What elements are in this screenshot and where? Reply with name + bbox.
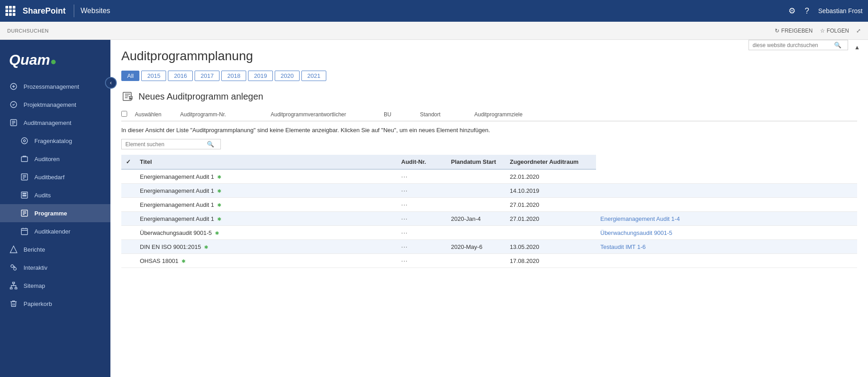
row-context-menu[interactable]: ···	[401, 257, 408, 264]
auditraum-link[interactable]: Energiemanagement Audit 1-4	[601, 215, 680, 222]
year-filter-2021[interactable]: 2021	[301, 71, 326, 81]
sidebar-collapse-button[interactable]: ‹	[105, 77, 117, 89]
sidebar-item-audits[interactable]: Audits	[0, 186, 110, 204]
title-star-icon: ✱	[217, 188, 221, 194]
audit-table-body: Energiemanagement Audit 1 ✱···22.01.2020…	[121, 169, 857, 268]
freigeben-icon: ↻	[775, 28, 779, 34]
col-header-titel: Titel	[135, 155, 397, 169]
row-plandatum-cell: 13.05.2020	[506, 240, 596, 254]
settings-icon[interactable]: ⚙	[788, 6, 796, 16]
auditraum-link[interactable]: Überwachungsaudit 9001-5	[601, 229, 672, 236]
year-filter-2018[interactable]: 2018	[221, 71, 246, 81]
search-icon[interactable]: 🔍	[834, 42, 841, 48]
row-check-cell	[121, 240, 135, 254]
element-search-icon[interactable]: 🔍	[207, 141, 214, 148]
row-check-cell	[121, 254, 135, 268]
header-bu: BU	[384, 111, 420, 118]
year-filter-2019[interactable]: 2019	[248, 71, 273, 81]
row-dots-cell[interactable]: ···	[397, 169, 447, 184]
site-search-input[interactable]	[753, 42, 834, 48]
row-dots-cell[interactable]: ···	[397, 212, 447, 226]
col-header-plandatum: Plandatum Start	[447, 155, 506, 169]
element-search-box[interactable]: 🔍	[121, 139, 221, 149]
secondary-bar: DURCHSUCHEN ↻ FREIGEBEN ☆ FOLGEN ⤢	[0, 22, 868, 40]
row-auditnr-cell	[447, 198, 506, 212]
row-context-menu[interactable]: ···	[401, 243, 408, 250]
row-context-menu[interactable]: ···	[401, 229, 408, 236]
row-plandatum-cell: 17.08.2020	[506, 254, 596, 268]
programme-label: Programme	[34, 210, 67, 217]
svg-rect-12	[13, 282, 15, 284]
title-star-icon: ✱	[181, 258, 186, 264]
row-plandatum-cell	[506, 226, 596, 240]
freigeben-label: FREIGEBEN	[781, 28, 812, 34]
logo-area: Quam	[0, 44, 110, 77]
row-context-menu[interactable]: ···	[401, 201, 408, 208]
row-title-cell: Energiemanagement Audit 1 ✱	[135, 169, 397, 184]
auditraum-link[interactable]: Testaudit IMT 1-6	[601, 243, 646, 250]
sitemap-label: Sitemap	[24, 282, 45, 289]
row-auditnr-cell: 2020-May-6	[447, 240, 506, 254]
fullscreen-action[interactable]: ⤢	[856, 28, 861, 34]
year-filter-2017[interactable]: 2017	[195, 71, 219, 81]
row-auditraum-cell[interactable]: Energiemanagement Audit 1-4	[596, 212, 858, 226]
table-row: Energiemanagement Audit 1 ✱···2020-Jan-4…	[121, 212, 857, 226]
fragenkatalog-icon	[20, 136, 29, 145]
app-grid-icon[interactable]	[5, 6, 15, 16]
row-dots-cell[interactable]: ···	[397, 240, 447, 254]
row-auditnr-cell: 2020-Jan-4	[447, 212, 506, 226]
sidebar-item-fragenkatalog[interactable]: Fragenkatalog	[0, 132, 110, 150]
header-checkbox[interactable]	[121, 111, 135, 118]
element-search-input[interactable]	[125, 141, 207, 148]
sidebar-item-interaktiv[interactable]: Interaktiv	[0, 258, 110, 277]
year-filter-all[interactable]: All	[121, 71, 139, 81]
select-all-checkbox[interactable]	[121, 111, 127, 117]
year-filter-2016[interactable]: 2016	[168, 71, 193, 81]
sidebar-item-projektmanagement[interactable]: Projektmanagement	[0, 95, 110, 114]
user-name[interactable]: Sebastian Frost	[818, 7, 863, 14]
row-dots-cell[interactable]: ···	[397, 198, 447, 212]
year-filter-2015[interactable]: 2015	[141, 71, 166, 81]
auditkalender-icon	[20, 227, 29, 236]
row-plandatum-cell: 22.01.2020	[506, 169, 596, 184]
row-dots-cell[interactable]: ···	[397, 226, 447, 240]
row-plandatum-cell: 27.01.2020	[506, 198, 596, 212]
sidebar-item-auditmanagement[interactable]: Auditmanagement	[0, 114, 110, 132]
sidebar-item-programme[interactable]: Programme	[0, 204, 110, 222]
row-auditnr-cell	[447, 169, 506, 184]
help-icon[interactable]: ?	[805, 6, 809, 16]
year-filter-2020[interactable]: 2020	[275, 71, 300, 81]
row-auditraum-cell[interactable]: Testaudit IMT 1-6	[596, 240, 858, 254]
svg-rect-7	[21, 192, 28, 198]
chevron-up-icon[interactable]: ▲	[850, 40, 864, 54]
site-search-box[interactable]: 🔍	[749, 40, 848, 50]
sidebar-item-berichte[interactable]: Berichte	[0, 240, 110, 258]
col-header-auditraum: Zugeordneter Auditraum	[506, 155, 596, 169]
logo-text: Quam	[9, 52, 50, 68]
title-star-icon: ✱	[217, 202, 221, 208]
auditoren-label: Auditoren	[34, 156, 60, 162]
prozessmanagement-icon	[9, 82, 18, 91]
main-content: Auditprogrammplanung All 2015 2016 2017 …	[110, 40, 868, 377]
row-title-cell: DIN EN ISO 9001:2015 ✱	[135, 240, 397, 254]
top-navigation: SharePoint Websites ⚙ ? Sebastian Frost	[0, 0, 868, 22]
row-auditraum-cell[interactable]: Überwachungsaudit 9001-5	[596, 226, 858, 240]
sidebar-item-sitemap[interactable]: Sitemap	[0, 277, 110, 295]
row-context-menu[interactable]: ···	[401, 215, 408, 222]
row-dots-cell[interactable]: ···	[397, 254, 447, 268]
sidebar-item-prozessmanagement[interactable]: Prozessmanagement	[0, 77, 110, 95]
folgen-action[interactable]: ☆ FOLGEN	[820, 28, 849, 34]
row-context-menu[interactable]: ···	[401, 173, 408, 180]
freigeben-action[interactable]: ↻ FREIGEBEN	[775, 28, 812, 34]
row-context-menu[interactable]: ···	[401, 187, 408, 194]
row-dots-cell[interactable]: ···	[397, 184, 447, 198]
sidebar-item-papierkorb[interactable]: Papierkorb	[0, 295, 110, 313]
sitemap-icon	[9, 281, 18, 290]
title-star-icon: ✱	[217, 174, 221, 180]
sidebar-item-auditbedarf[interactable]: Auditbedarf	[0, 168, 110, 186]
row-auditnr-cell	[447, 184, 506, 198]
expand-icon: ⤢	[856, 28, 861, 34]
sidebar-item-auditkalender[interactable]: Auditkalender	[0, 222, 110, 240]
row-title-cell: Energiemanagement Audit 1 ✱	[135, 184, 397, 198]
sidebar-item-auditoren[interactable]: Auditoren	[0, 150, 110, 168]
